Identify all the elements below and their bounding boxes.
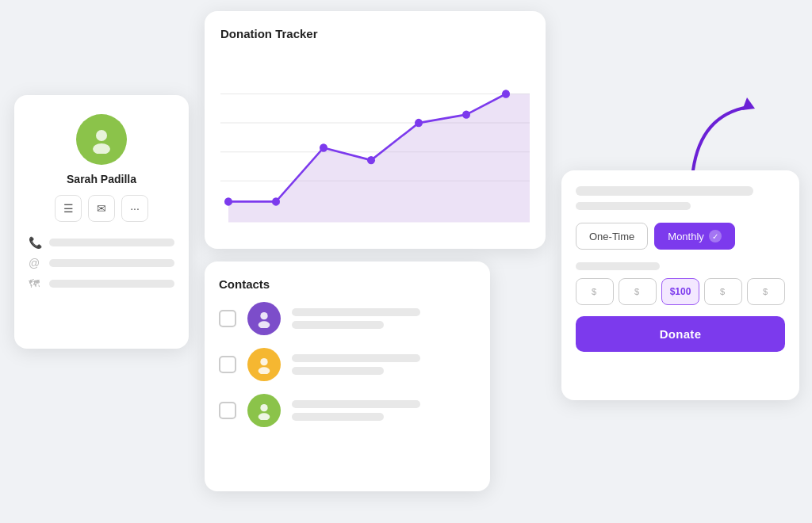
amount-btn-3[interactable]: $100 [661,278,699,305]
svg-point-15 [502,90,510,97]
contact-name-bar [292,308,420,316]
tracker-title: Donation Tracker [220,27,530,40]
scene: Sarah Padilla ☰ ✉ ··· 📞 @ 🗺 Donation Tra… [0,0,812,523]
more-button[interactable]: ··· [121,195,148,222]
donate-button[interactable]: Donate [576,316,785,352]
contacts-title: Contacts [219,277,476,291]
svg-marker-1 [742,97,755,110]
contact-avatar-2 [247,348,281,381]
profile-name: Sarah Padilla [67,173,136,185]
address-row: 🗺 [29,277,174,290]
contact-checkbox-1[interactable] [219,310,236,327]
email-bar [49,259,174,267]
contact-row [219,394,476,427]
donate-subtitle-bar [576,202,691,210]
svg-point-2 [96,130,107,141]
chart-area [220,48,530,231]
amount-btn-2[interactable]: $ [619,278,657,305]
svg-point-16 [260,312,267,319]
list-button[interactable]: ☰ [55,195,82,222]
contact-detail-bar [292,367,384,375]
svg-point-9 [224,197,232,205]
svg-point-20 [260,404,267,411]
contacts-card: Contacts [205,262,490,491]
email-row: @ [29,257,174,269]
map-icon: 🗺 [29,277,43,290]
svg-point-10 [272,197,280,205]
contact-detail-bar [292,413,384,421]
svg-point-17 [259,321,270,328]
frequency-row: One-Time Monthly ✓ [576,223,785,250]
svg-point-3 [93,143,110,154]
contact-name-bar [292,354,420,362]
amount-btn-1[interactable]: $ [576,278,614,305]
svg-point-18 [260,358,267,365]
amount-100-label: $100 [670,286,691,297]
contact-checkbox-2[interactable] [219,356,236,373]
contact-row [219,302,476,335]
contact-info-1 [292,308,476,329]
contact-info-2 [292,354,476,375]
profile-fields: 📞 @ 🗺 [29,236,174,290]
amount-btn-5[interactable]: $ [747,278,785,305]
svg-point-21 [259,413,270,420]
donate-title-bar [576,186,753,196]
contact-row [219,348,476,381]
profile-actions: ☰ ✉ ··· [55,195,148,222]
donate-card: One-Time Monthly ✓ $ $ $100 $ $ D [561,170,799,400]
contact-name-bar [292,400,420,408]
address-bar [49,280,174,288]
donate-header [576,186,785,210]
email-icon: @ [29,257,43,269]
monthly-label: Monthly [668,231,704,242]
one-time-button[interactable]: One-Time [576,223,648,250]
contact-info-3 [292,400,476,421]
monthly-button[interactable]: Monthly ✓ [654,223,735,250]
svg-point-19 [259,367,270,374]
svg-point-14 [462,110,470,118]
phone-row: 📞 [29,236,174,249]
profile-card: Sarah Padilla ☰ ✉ ··· 📞 @ 🗺 [14,95,189,349]
phone-icon: 📞 [29,236,43,249]
svg-point-11 [320,143,327,151]
contact-avatar-3 [247,394,281,427]
tracker-card: Donation Tracker [205,11,546,249]
svg-point-12 [367,156,375,164]
mail-button[interactable]: ✉ [88,195,115,222]
contact-checkbox-3[interactable] [219,402,236,419]
amount-label-bar [576,262,660,270]
contact-detail-bar [292,321,384,329]
avatar [76,114,127,165]
amount-btn-4[interactable]: $ [704,278,742,305]
contact-avatar-1 [247,302,281,335]
amount-row: $ $ $100 $ $ [576,278,785,305]
svg-point-13 [415,119,423,127]
phone-bar [49,239,174,246]
check-icon: ✓ [709,230,722,242]
